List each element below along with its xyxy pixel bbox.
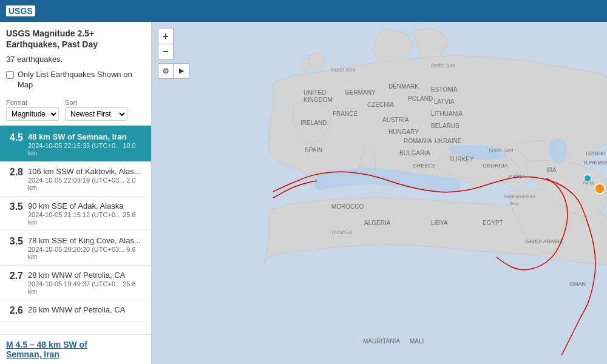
svg-text:BULGARIA: BULGARIA bbox=[399, 150, 430, 157]
map-filter-checkbox[interactable] bbox=[6, 71, 14, 79]
svg-text:KINGDOM: KINGDOM bbox=[304, 96, 333, 103]
svg-text:OMAN: OMAN bbox=[569, 281, 586, 287]
earthquake-info: 28 km WNW of Petrolia, CA 2024-10-05 19:… bbox=[28, 271, 145, 295]
svg-text:EGYPT: EGYPT bbox=[483, 220, 503, 226]
earthquake-magnitude: 2.8 bbox=[6, 167, 23, 178]
earthquake-time: 2024-10-05 20:20:20 (UTC+03... 9.6 km bbox=[28, 246, 145, 260]
map-svg: North Sea Baltic Sea UNITED KINGDOM IREL… bbox=[152, 22, 607, 364]
map-filter-label[interactable]: Only List Earthquakes Shown on Map bbox=[18, 70, 145, 90]
svg-text:BELARUS: BELARUS bbox=[431, 123, 459, 129]
svg-text:TURKEY: TURKEY bbox=[449, 156, 474, 163]
bottom-hover-bar: M 4.5 – 48 km SW ofSemnan, Iran bbox=[0, 334, 151, 364]
svg-text:MAURITANIA: MAURITANIA bbox=[363, 338, 400, 345]
earthquake-info: 48 km SW of Semnan, Iran 2024-10-05 22:1… bbox=[28, 132, 145, 157]
svg-text:Mediterranean: Mediterranean bbox=[504, 194, 535, 199]
earthquake-list-item[interactable]: 2.8 106 km SSW of Kaktovik, Alas... 2024… bbox=[0, 162, 151, 197]
sidebar-content: USGS Magnitude 2.5+ Earthquakes, Past Da… bbox=[0, 22, 151, 127]
svg-text:CZECHIA: CZECHIA bbox=[367, 101, 394, 108]
sort-label: Sort bbox=[65, 99, 127, 106]
earthquake-magnitude: 2.7 bbox=[6, 271, 23, 281]
usgs-logo: USGS bbox=[6, 5, 35, 16]
earthquake-location: 90 km SSE of Adak, Alaska bbox=[28, 201, 145, 211]
earthquake-list: 4.5 48 km SW of Semnan, Iran 2024-10-05 … bbox=[0, 127, 151, 322]
main-layout: USGS Magnitude 2.5+ Earthquakes, Past Da… bbox=[0, 22, 607, 364]
earthquake-info: 90 km SSE of Adak, Alaska 2024-10-05 21:… bbox=[28, 201, 145, 226]
svg-text:POLAND: POLAND bbox=[408, 95, 433, 102]
map-controls: + − ⊙ ▶ bbox=[158, 28, 189, 79]
svg-point-41 bbox=[584, 175, 591, 182]
earthquake-list-item[interactable]: 3.5 78 km SSE of King Cove, Alas... 2024… bbox=[0, 231, 151, 266]
svg-text:SYRIA: SYRIA bbox=[509, 174, 525, 180]
earthquake-list-item[interactable]: 2.7 28 km WNW of Petrolia, CA 2024-10-05… bbox=[0, 266, 151, 300]
svg-point-42 bbox=[595, 184, 605, 194]
earthquake-info: 26 km WNW of Petrolia, CA bbox=[28, 305, 145, 314]
zoom-out-button[interactable]: − bbox=[158, 44, 174, 59]
zoom-in-button[interactable]: + bbox=[158, 28, 174, 44]
svg-text:LIBYA: LIBYA bbox=[431, 220, 448, 226]
earthquake-info: 78 km SSE of King Cove, Alas... 2024-10-… bbox=[28, 236, 145, 260]
earthquake-list-item[interactable]: 4.5 48 km SW of Semnan, Iran 2024-10-05 … bbox=[0, 127, 151, 162]
earthquake-count: 37 earthquakes. bbox=[6, 55, 145, 64]
svg-text:SPAIN: SPAIN bbox=[305, 147, 322, 153]
earthquake-list-item[interactable]: 3.5 90 km SSE of Adak, Alaska 2024-10-05… bbox=[0, 197, 151, 231]
svg-text:UNITED: UNITED bbox=[304, 89, 326, 96]
svg-text:North Sea: North Sea bbox=[331, 67, 356, 73]
earthquake-time: 2024-10-05 22:03:19 (UTC+03... 2.0 km bbox=[28, 177, 145, 191]
svg-text:MALI: MALI bbox=[410, 338, 424, 345]
filter-checkbox-row: Only List Earthquakes Shown on Map bbox=[6, 70, 145, 90]
svg-text:GEORGIA: GEORGIA bbox=[483, 163, 508, 169]
logo-box: USGS bbox=[6, 5, 35, 16]
svg-text:LITHUANIA: LITHUANIA bbox=[431, 110, 463, 117]
svg-text:DENMARK: DENMARK bbox=[388, 83, 419, 90]
bottom-hover-link[interactable]: M 4.5 – 48 km SW ofSemnan, Iran bbox=[6, 340, 87, 359]
svg-text:LATVIA: LATVIA bbox=[434, 98, 455, 105]
sort-group: Sort Newest First Oldest First Largest M… bbox=[65, 99, 127, 121]
svg-text:IRELAND: IRELAND bbox=[300, 120, 327, 126]
earthquake-magnitude: 3.5 bbox=[6, 201, 23, 212]
svg-text:ESTONIA: ESTONIA bbox=[431, 86, 458, 93]
earthquake-time: 2024-10-05 22:15:33 (UTC+0... 10.0 km bbox=[28, 142, 145, 157]
earthquake-location: 78 km SSE of King Cove, Alas... bbox=[28, 236, 145, 245]
sort-select[interactable]: Newest First Oldest First Largest Mag Sm… bbox=[65, 107, 127, 121]
svg-text:IRA: IRA bbox=[546, 167, 557, 174]
earthquake-location: 28 km WNW of Petrolia, CA bbox=[28, 271, 145, 280]
svg-text:Black Sea: Black Sea bbox=[489, 147, 514, 153]
earthquake-time: 2024-10-05 19:49:37 (UTC+0... 25.8 km bbox=[28, 280, 145, 295]
svg-text:SAUDI ARABIA: SAUDI ARABIA bbox=[525, 238, 563, 244]
svg-text:Sea: Sea bbox=[510, 201, 519, 206]
earthquake-location: 26 km WNW of Petrolia, CA bbox=[28, 305, 145, 314]
sidebar-title: USGS Magnitude 2.5+ Earthquakes, Past Da… bbox=[6, 28, 145, 50]
zoom-controls: + − bbox=[158, 28, 189, 59]
svg-text:TURKMENI...: TURKMENI... bbox=[583, 160, 607, 166]
map-options-button[interactable]: ▶ bbox=[174, 63, 189, 79]
earthquake-magnitude: 4.5 bbox=[6, 132, 23, 143]
app-header: USGS bbox=[0, 0, 607, 22]
svg-text:TUNISIA: TUNISIA bbox=[331, 229, 353, 235]
earthquake-list-item[interactable]: 2.6 26 km WNW of Petrolia, CA bbox=[0, 300, 151, 322]
svg-text:HUNGARY: HUNGARY bbox=[388, 129, 419, 135]
svg-text:UZBEKI: UZBEKI bbox=[586, 150, 606, 157]
svg-text:GREECE: GREECE bbox=[413, 163, 436, 169]
reset-view-button[interactable]: ⊙ bbox=[158, 63, 174, 79]
svg-text:GERMANY: GERMANY bbox=[345, 89, 376, 96]
svg-text:MOROCCO: MOROCCO bbox=[331, 203, 364, 210]
svg-text:FRANCE: FRANCE bbox=[333, 110, 358, 117]
format-select[interactable]: Magnitude Location Time bbox=[6, 107, 59, 121]
earthquake-magnitude: 2.6 bbox=[6, 305, 23, 316]
svg-text:AUSTRIA: AUSTRIA bbox=[382, 116, 409, 123]
svg-text:UKRAINE: UKRAINE bbox=[435, 138, 462, 144]
svg-text:Baltic Sea: Baltic Sea bbox=[431, 62, 456, 69]
sidebar: USGS Magnitude 2.5+ Earthquakes, Past Da… bbox=[0, 22, 152, 364]
format-label: Format bbox=[6, 99, 59, 106]
earthquake-location: 106 km SSW of Kaktovik, Alas... bbox=[28, 167, 145, 176]
format-group: Format Magnitude Location Time bbox=[6, 99, 59, 121]
svg-text:ALGERIA: ALGERIA bbox=[364, 220, 391, 226]
earthquake-info: 106 km SSW of Kaktovik, Alas... 2024-10-… bbox=[28, 167, 145, 191]
map-area: North Sea Baltic Sea UNITED KINGDOM IREL… bbox=[152, 22, 607, 364]
svg-text:ROMANIA: ROMANIA bbox=[404, 138, 432, 144]
earthquake-location: 48 km SW of Semnan, Iran bbox=[28, 132, 145, 141]
format-sort-row: Format Magnitude Location Time Sort Newe… bbox=[6, 99, 145, 121]
earthquake-time: 2024-10-05 21:15:12 (UTC+0... 25.6 km bbox=[28, 211, 145, 226]
earthquake-magnitude: 3.5 bbox=[6, 236, 23, 247]
